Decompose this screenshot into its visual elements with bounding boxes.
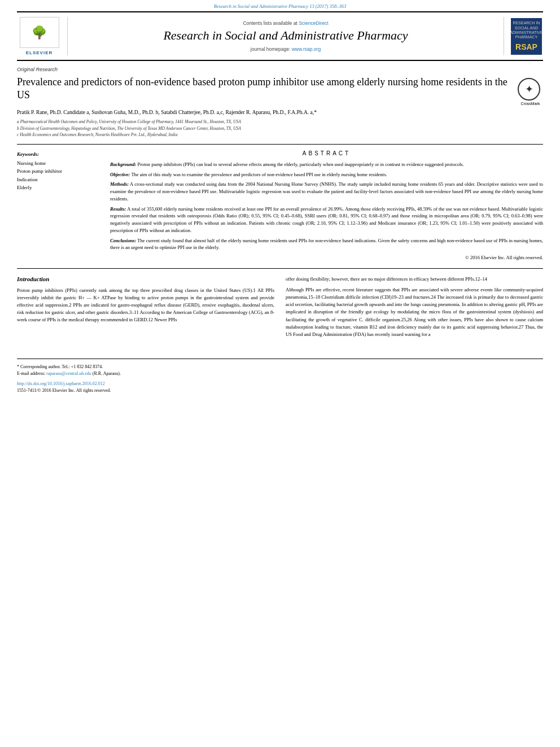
elsevier-logo: 🌳 ELSEVIER xyxy=(17,17,68,55)
keywords-title: Keywords: xyxy=(17,151,102,157)
results-label: Results: xyxy=(110,206,126,212)
page-wrapper: Research in Social and Administrative Ph… xyxy=(0,0,560,747)
sciencedirect-line: Contents lists available at ScienceDirec… xyxy=(243,20,328,26)
affiliation-b: b Division of Gastroenterology, Hepatolo… xyxy=(17,126,543,132)
journal-citation: Research in Social and Administrative Ph… xyxy=(214,3,347,9)
keyword-3: Indication xyxy=(17,176,102,184)
elsevier-logo-box: 🌳 xyxy=(20,17,59,48)
copyright-line: © 2016 Elsevier Inc. All rights reserved… xyxy=(110,254,543,261)
email-label: E-mail address: xyxy=(17,371,45,376)
crossmark-icon: ✦ xyxy=(518,78,540,101)
rsap-logo-box: RESEARCH INSOCIAL ANDADMINISTRATIVEPHARM… xyxy=(511,18,542,55)
keyword-4: Elderly xyxy=(17,184,102,191)
abstract-column: ABSTRACT Background: Proton pump inhibit… xyxy=(110,150,543,261)
affiliation-a: a Pharmaceutical Health Outcomes and Pol… xyxy=(17,119,543,125)
methods-text: A cross-sectional study was conducted us… xyxy=(110,181,543,202)
article-title-row: Prevalence and predictors of non-evidenc… xyxy=(17,76,543,103)
abstract-conclusions: Conclusions: The current study found tha… xyxy=(110,237,543,252)
rsap-letters: RSAP xyxy=(515,42,537,51)
footnote-corresponding: * Corresponding author. Tel.: +1 832 842… xyxy=(17,364,543,370)
results-text: A total of 355,600 elderly nursing home … xyxy=(110,206,543,233)
affiliations: a Pharmaceutical Health Outcomes and Pol… xyxy=(17,119,543,138)
body-divider xyxy=(17,268,543,269)
left-body-column: Introduction Proton pump inhibitors (PPI… xyxy=(17,276,274,342)
affiliation-c: c Health Economics and Outcomes Research… xyxy=(17,132,543,138)
abstract-background: Background: Proton pump inhibitors (PPIs… xyxy=(110,161,543,168)
sciencedirect-link[interactable]: ScienceDirect xyxy=(299,20,328,26)
footnote-issn: 1551-7411/© 2016 Elsevier Inc. All right… xyxy=(17,387,543,394)
methods-label: Methods: xyxy=(110,181,129,187)
abstract-body: Background: Proton pump inhibitors (PPIs… xyxy=(110,161,543,261)
abstract-results: Results: A total of 355,600 elderly nurs… xyxy=(110,206,543,234)
intro-section: Introduction Proton pump inhibitors (PPI… xyxy=(17,276,543,342)
authors-line: Pratik P. Rane, Ph.D. Candidate a, Susho… xyxy=(17,109,543,116)
abstract-section: Keywords: Nursing home Proton pump inhib… xyxy=(17,150,543,261)
objective-text: The aim of this study was to examine the… xyxy=(130,172,387,177)
conclusions-label: Conclusions: xyxy=(110,238,136,243)
conclusions-text: The current study found that almost half… xyxy=(110,238,543,251)
homepage-link[interactable]: www.rsap.org xyxy=(292,46,321,52)
rsap-tagline: RESEARCH INSOCIAL ANDADMINISTRATIVEPHARM… xyxy=(510,21,542,40)
footnote-email-line: E-mail address: raparasu@central.uh.edu … xyxy=(17,370,543,377)
article-content: Original Research Prevalence and predict… xyxy=(17,61,543,261)
doi-link[interactable]: http://dx.doi.org/10.1016/j.sapharm.2016… xyxy=(17,381,105,386)
abstract-header: ABSTRACT xyxy=(110,150,543,156)
journal-header: 🌳 ELSEVIER Contents lists available at S… xyxy=(17,11,543,61)
elsevier-tree-icon: 🌳 xyxy=(32,25,47,40)
keyword-1: Nursing home xyxy=(17,159,102,167)
footnote-doi: http://dx.doi.org/10.1016/j.sapharm.2016… xyxy=(17,381,543,387)
section-divider xyxy=(17,144,543,145)
journal-citation-bar: Research in Social and Administrative Ph… xyxy=(0,0,560,11)
keyword-2: Proton pump inhibitor xyxy=(17,167,102,175)
crossmark-label: CrossMark xyxy=(518,102,543,106)
homepage-line: journal homepage: www.rsap.org xyxy=(251,46,321,52)
intro-paragraph-1: Proton pump inhibitors (PPIs) currently … xyxy=(17,287,274,324)
introduction-heading: Introduction xyxy=(17,276,274,282)
objective-label: Objective: xyxy=(110,172,130,177)
intro-para-1-text: Proton pump inhibitors (PPIs) currently … xyxy=(17,287,274,324)
right-body-column: offer dosing flexibility; however, there… xyxy=(286,276,543,342)
keywords-column: Keywords: Nursing home Proton pump inhib… xyxy=(17,150,102,261)
article-type: Original Research xyxy=(17,67,543,72)
footnote-section: * Corresponding author. Tel.: +1 832 842… xyxy=(17,359,543,394)
corresponding-label: * Corresponding author. Tel.: +1 832 842… xyxy=(17,364,103,369)
elsevier-brand: ELSEVIER xyxy=(26,50,53,55)
abstract-methods: Methods: A cross-sectional study was con… xyxy=(110,181,543,202)
body-columns: Introduction Proton pump inhibitors (PPI… xyxy=(17,276,543,342)
email-link[interactable]: raparasu@central.uh.edu xyxy=(46,371,91,376)
journal-title: Research in Social and Administrative Ph… xyxy=(163,28,408,43)
abstract-objective: Objective: The aim of this study was to … xyxy=(110,171,543,178)
journal-header-middle: Contents lists available at ScienceDirec… xyxy=(68,17,504,55)
right-col-text: offer dosing flexibility; however, there… xyxy=(286,276,543,338)
rsap-logo: RESEARCH INSOCIAL ANDADMINISTRATIVEPHARM… xyxy=(504,17,543,55)
background-text: Proton pump inhibitors (PPIs) can lead t… xyxy=(136,161,463,167)
right-para-2: Although PPIs are effective, recent lite… xyxy=(286,286,543,338)
background-label: Background: xyxy=(110,161,136,167)
email-name: (R.R. Aparasu). xyxy=(93,371,121,376)
right-para-1: offer dosing flexibility; however, there… xyxy=(286,276,543,283)
article-title: Prevalence and predictors of non-evidenc… xyxy=(17,76,518,102)
crossmark-logo: ✦ CrossMark xyxy=(518,78,543,103)
